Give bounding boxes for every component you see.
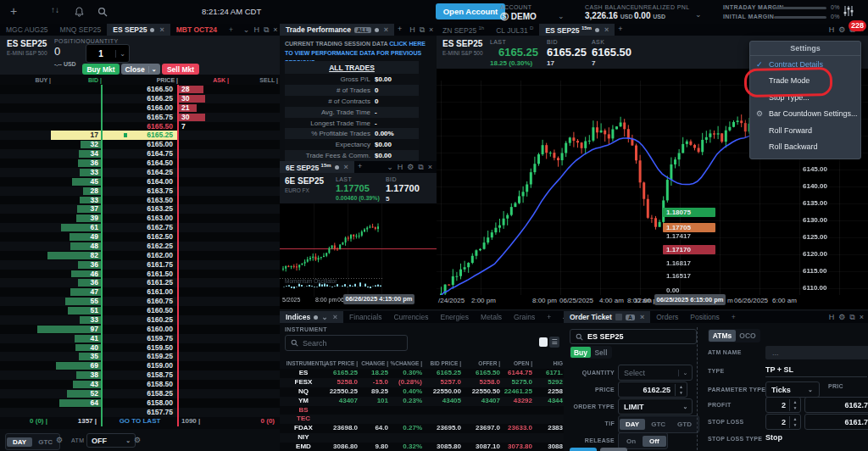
dom-price-cell[interactable]: 6160.00	[102, 325, 178, 334]
release-segment[interactable]: OnOff	[618, 432, 668, 449]
dom-price-cell[interactable]: 6162.75	[102, 223, 178, 232]
dom-ask-cell[interactable]	[178, 343, 229, 353]
profit-ticks-input[interactable]: 2 ▲▼	[765, 397, 801, 413]
dom-bid-cell[interactable]: 64	[51, 398, 102, 408]
dom-ask-cell[interactable]: 30	[178, 94, 229, 103]
dom-price-cell[interactable]: 6161.75	[102, 260, 178, 270]
sell-mkt-button[interactable]: Sell Mkt	[162, 64, 199, 75]
dom-row[interactable]: 6165.7530	[0, 113, 280, 122]
dom-ask-cell[interactable]	[178, 149, 229, 159]
close-icon[interactable]: ×	[159, 25, 164, 34]
dom-ask-cell[interactable]	[178, 168, 229, 177]
add-tab-icon[interactable]: +	[618, 25, 622, 34]
dom-bid-cell[interactable]: 40	[51, 343, 102, 353]
indices-row[interactable]: FESX5258.0-15.0(0.28%)5257.05258.05275.0…	[280, 378, 564, 387]
close-icon[interactable]: ×	[273, 26, 277, 34]
menu-item-bar-countdown-settings-[interactable]: ⚙Bar Countdown Settings...	[750, 106, 860, 123]
tab-grains[interactable]: Grains	[508, 311, 541, 323]
dom-price-cell[interactable]: 6162.25	[102, 242, 178, 251]
dom-ask-cell[interactable]	[178, 325, 229, 334]
dom-row[interactable]: 976160.00	[0, 325, 280, 334]
dom-ask-cell[interactable]	[178, 140, 229, 149]
dom-price-cell[interactable]: 6159.00	[102, 361, 178, 370]
dom-bid-cell[interactable]: 33	[51, 168, 102, 177]
tab-6e-sep25[interactable]: 6E SEP25 15m×	[280, 161, 354, 173]
dom-ask-cell[interactable]	[178, 214, 229, 223]
dom-row[interactable]: 616162.75	[0, 223, 280, 232]
dom-ask-cell[interactable]: 30	[178, 113, 229, 122]
dom-row[interactable]: 486162.25	[0, 242, 280, 251]
dom-ask-cell[interactable]	[178, 361, 229, 370]
close-icon[interactable]: ×	[429, 26, 433, 34]
tab-cl-jul31[interactable]: CL JUL31 D	[490, 24, 539, 36]
dom-row[interactable]: 696159.00	[0, 361, 280, 370]
dom-bid-cell[interactable]: 33	[51, 315, 102, 325]
dom-row[interactable]: 556160.75	[0, 297, 280, 306]
dom-bid-cell[interactable]: 32	[51, 140, 102, 149]
tab-mgc-aug25[interactable]: MGC AUG25	[0, 24, 54, 36]
indices-row[interactable]: NQ22550.2589.250.40%22550.0022550.502246…	[280, 387, 564, 397]
tif-gtc[interactable]: GTC	[645, 419, 671, 430]
dom-bid-cell[interactable]: 17	[51, 131, 102, 140]
dom-ask-cell[interactable]	[178, 232, 229, 242]
chevron-icon[interactable]: ⌄	[243, 26, 250, 34]
dom-ask-cell[interactable]	[178, 204, 229, 214]
tab--[interactable]: +	[541, 311, 557, 323]
dom-bid-cell[interactable]	[51, 122, 102, 131]
add-tab-icon[interactable]: +	[398, 25, 402, 34]
dom-bid-cell[interactable]: 61	[51, 223, 102, 232]
dom-price-cell[interactable]: 6166.00	[102, 103, 178, 113]
dom-price-cell[interactable]: 6161.25	[102, 278, 178, 287]
dom-bid-cell[interactable]: 51	[51, 306, 102, 315]
close-icon[interactable]: ×	[384, 25, 388, 34]
dom-row[interactable]: 6166.5028	[0, 85, 280, 94]
dom-ask-cell[interactable]	[178, 370, 229, 380]
dom-row[interactable]: 526158.25	[0, 389, 280, 398]
submit-button-cut[interactable]	[570, 448, 597, 451]
profit-price-field[interactable]: 6162.7	[804, 397, 868, 413]
tif-day[interactable]: DAY	[620, 419, 645, 430]
tab-indices[interactable]: Indices⌄×	[280, 311, 343, 323]
dom-bid-cell[interactable]: 36	[51, 159, 102, 168]
stop-stepper[interactable]: ▲▼	[789, 416, 800, 428]
close-icon[interactable]: ×	[344, 163, 348, 171]
dom-ask-cell[interactable]	[178, 260, 229, 270]
close-icon[interactable]: ×	[428, 164, 432, 171]
indices-row[interactable]: ES6165.2518.250.30%6165.256165.506144.75…	[280, 369, 564, 378]
add-tab-icon[interactable]: +	[358, 163, 362, 171]
popout-icon[interactable]: ⧉	[420, 26, 425, 34]
tab-order-ticket[interactable]: Order TicketA×	[564, 311, 650, 323]
dom-price-cell[interactable]: 6163.00	[102, 214, 178, 223]
dom-row[interactable]: 336163.50	[0, 196, 280, 205]
dom-bid-cell[interactable]	[51, 113, 102, 122]
dom-price-cell[interactable]: 6165.50	[102, 122, 178, 131]
dom-price-cell[interactable]: 6160.75	[102, 297, 178, 306]
dom-ask-cell[interactable]	[178, 270, 229, 279]
dom-bid-cell[interactable]: 38	[51, 370, 102, 380]
dom-ask-cell[interactable]	[178, 196, 229, 205]
dom-price-cell[interactable]: 6158.25	[102, 389, 178, 398]
chevron-icon[interactable]: ⌄	[387, 164, 393, 171]
dom-ask-cell[interactable]	[178, 297, 229, 306]
dom-bid-cell[interactable]	[51, 94, 102, 103]
tif-segment[interactable]: DAYGTCGTD	[618, 415, 699, 433]
search-icon[interactable]	[97, 5, 108, 20]
dom-price-cell[interactable]: 6162.50	[102, 232, 178, 242]
parameter-type-select[interactable]: Ticks⌄	[765, 381, 820, 398]
indices-row[interactable]: EMD3086.809.800.32%3085.803087.103073.80…	[280, 443, 564, 451]
dom-bid-cell[interactable]: 28	[51, 187, 102, 196]
dom-bid-cell[interactable]: 35	[51, 352, 102, 361]
dom-bid-cell[interactable]: 97	[51, 325, 102, 334]
dom-price-cell[interactable]: 6166.25	[102, 94, 178, 103]
dom-bid-cell[interactable]: 33	[51, 196, 102, 205]
dom-price-cell[interactable]: 6165.00	[102, 140, 178, 149]
transfer-icon[interactable]: ↑↓	[51, 6, 59, 14]
dom-price-cell[interactable]: 6165.75	[102, 113, 178, 122]
bell-icon[interactable]	[75, 5, 84, 20]
atms-toggle[interactable]: ATMs	[709, 330, 736, 342]
gear-icon[interactable]: ⚙	[407, 164, 414, 171]
dom-row[interactable]: 406159.50	[0, 343, 280, 353]
go-to-last-link[interactable]: GO TO LAST	[103, 417, 176, 425]
hide-icon[interactable]: H	[409, 26, 415, 34]
hide-icon[interactable]: H	[829, 26, 835, 34]
